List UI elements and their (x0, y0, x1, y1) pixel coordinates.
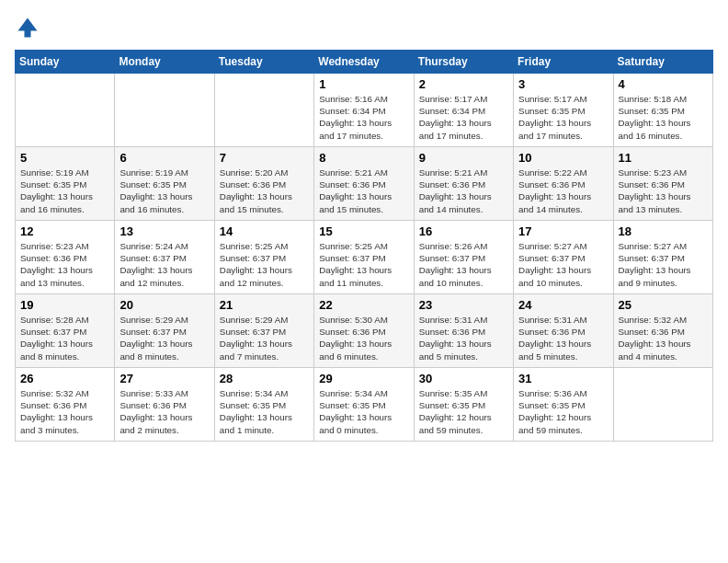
calendar-cell: 12Sunrise: 5:23 AM Sunset: 6:36 PM Dayli… (16, 221, 115, 294)
day-info: Sunrise: 5:20 AM Sunset: 6:36 PM Dayligh… (220, 167, 309, 215)
calendar-cell: 19Sunrise: 5:28 AM Sunset: 6:37 PM Dayli… (16, 294, 115, 368)
header (15, 15, 713, 40)
day-info: Sunrise: 5:36 AM Sunset: 6:35 PM Dayligh… (518, 387, 608, 436)
day-info: Sunrise: 5:34 AM Sunset: 6:35 PM Dayligh… (319, 387, 408, 436)
calendar-cell: 16Sunrise: 5:26 AM Sunset: 6:37 PM Dayli… (414, 221, 513, 294)
calendar-cell: 23Sunrise: 5:31 AM Sunset: 6:36 PM Dayli… (414, 294, 513, 368)
calendar-cell: 26Sunrise: 5:32 AM Sunset: 6:36 PM Dayli… (16, 368, 115, 442)
calendar-cell: 18Sunrise: 5:27 AM Sunset: 6:37 PM Dayli… (613, 221, 712, 294)
day-info: Sunrise: 5:22 AM Sunset: 6:36 PM Dayligh… (518, 167, 608, 215)
day-info: Sunrise: 5:21 AM Sunset: 6:36 PM Dayligh… (419, 167, 508, 215)
calendar-cell: 25Sunrise: 5:32 AM Sunset: 6:36 PM Dayli… (613, 294, 712, 368)
calendar-cell: 22Sunrise: 5:30 AM Sunset: 6:36 PM Dayli… (314, 294, 414, 368)
day-number: 14 (220, 224, 309, 238)
day-info: Sunrise: 5:17 AM Sunset: 6:35 PM Dayligh… (518, 93, 608, 142)
calendar-cell: 10Sunrise: 5:22 AM Sunset: 6:36 PM Dayli… (514, 147, 613, 221)
col-header-tuesday: Tuesday (214, 51, 313, 74)
day-number: 4 (619, 77, 708, 91)
day-number: 12 (20, 224, 109, 238)
day-number: 19 (20, 298, 109, 312)
day-info: Sunrise: 5:19 AM Sunset: 6:35 PM Dayligh… (119, 167, 209, 215)
col-header-saturday: Saturday (613, 51, 712, 74)
day-number: 30 (419, 372, 508, 385)
col-header-wednesday: Wednesday (314, 51, 414, 74)
calendar-cell: 20Sunrise: 5:29 AM Sunset: 6:37 PM Dayli… (115, 294, 214, 368)
day-number: 31 (518, 372, 608, 385)
day-info: Sunrise: 5:23 AM Sunset: 6:36 PM Dayligh… (20, 240, 109, 289)
calendar-cell: 24Sunrise: 5:31 AM Sunset: 6:36 PM Dayli… (514, 294, 613, 368)
day-number: 8 (319, 151, 408, 165)
logo (15, 15, 44, 40)
calendar-cell: 2Sunrise: 5:17 AM Sunset: 6:34 PM Daylig… (414, 74, 513, 147)
day-info: Sunrise: 5:23 AM Sunset: 6:36 PM Dayligh… (619, 167, 708, 215)
day-number: 23 (419, 298, 508, 312)
calendar-cell: 6Sunrise: 5:19 AM Sunset: 6:35 PM Daylig… (115, 147, 214, 221)
calendar-cell (16, 74, 115, 147)
calendar-cell: 21Sunrise: 5:29 AM Sunset: 6:37 PM Dayli… (214, 294, 313, 368)
calendar-cell: 14Sunrise: 5:25 AM Sunset: 6:37 PM Dayli… (214, 221, 313, 294)
day-number: 6 (119, 151, 209, 165)
calendar-cell: 9Sunrise: 5:21 AM Sunset: 6:36 PM Daylig… (414, 147, 513, 221)
calendar-cell: 8Sunrise: 5:21 AM Sunset: 6:36 PM Daylig… (314, 147, 414, 221)
calendar-cell (115, 74, 214, 147)
day-number: 10 (518, 151, 608, 165)
day-number: 3 (518, 77, 608, 91)
day-number: 13 (119, 224, 209, 238)
day-number: 5 (20, 151, 109, 165)
day-number: 9 (419, 151, 508, 165)
svg-marker-0 (18, 18, 38, 38)
col-header-friday: Friday (514, 51, 613, 74)
day-number: 28 (220, 372, 309, 385)
col-header-thursday: Thursday (414, 51, 513, 74)
day-number: 17 (518, 224, 608, 238)
calendar-cell (214, 74, 313, 147)
day-info: Sunrise: 5:31 AM Sunset: 6:36 PM Dayligh… (518, 314, 608, 362)
day-info: Sunrise: 5:25 AM Sunset: 6:37 PM Dayligh… (319, 240, 408, 289)
day-info: Sunrise: 5:28 AM Sunset: 6:37 PM Dayligh… (20, 314, 109, 362)
calendar-cell: 1Sunrise: 5:16 AM Sunset: 6:34 PM Daylig… (314, 74, 414, 147)
day-info: Sunrise: 5:27 AM Sunset: 6:37 PM Dayligh… (619, 240, 708, 289)
day-info: Sunrise: 5:30 AM Sunset: 6:36 PM Dayligh… (319, 314, 408, 362)
logo-icon (15, 15, 40, 40)
calendar-cell (613, 368, 712, 442)
day-number: 22 (319, 298, 408, 312)
calendar-cell: 4Sunrise: 5:18 AM Sunset: 6:35 PM Daylig… (613, 74, 712, 147)
calendar-cell: 7Sunrise: 5:20 AM Sunset: 6:36 PM Daylig… (214, 147, 313, 221)
day-info: Sunrise: 5:34 AM Sunset: 6:35 PM Dayligh… (220, 387, 309, 436)
calendar-cell: 15Sunrise: 5:25 AM Sunset: 6:37 PM Dayli… (314, 221, 414, 294)
day-number: 27 (119, 372, 209, 385)
day-number: 29 (319, 372, 408, 385)
day-info: Sunrise: 5:26 AM Sunset: 6:37 PM Dayligh… (419, 240, 508, 289)
calendar-cell: 30Sunrise: 5:35 AM Sunset: 6:35 PM Dayli… (414, 368, 513, 442)
calendar-cell: 17Sunrise: 5:27 AM Sunset: 6:37 PM Dayli… (514, 221, 613, 294)
day-info: Sunrise: 5:24 AM Sunset: 6:37 PM Dayligh… (119, 240, 209, 289)
day-info: Sunrise: 5:31 AM Sunset: 6:36 PM Dayligh… (419, 314, 508, 362)
day-info: Sunrise: 5:32 AM Sunset: 6:36 PM Dayligh… (619, 314, 708, 362)
calendar-cell: 29Sunrise: 5:34 AM Sunset: 6:35 PM Dayli… (314, 368, 414, 442)
day-info: Sunrise: 5:29 AM Sunset: 6:37 PM Dayligh… (119, 314, 209, 362)
day-info: Sunrise: 5:25 AM Sunset: 6:37 PM Dayligh… (220, 240, 309, 289)
day-number: 1 (319, 77, 408, 91)
day-info: Sunrise: 5:35 AM Sunset: 6:35 PM Dayligh… (419, 387, 508, 436)
col-header-sunday: Sunday (16, 51, 115, 74)
calendar-cell: 27Sunrise: 5:33 AM Sunset: 6:36 PM Dayli… (115, 368, 214, 442)
day-info: Sunrise: 5:19 AM Sunset: 6:35 PM Dayligh… (20, 167, 109, 215)
day-info: Sunrise: 5:16 AM Sunset: 6:34 PM Dayligh… (319, 93, 408, 142)
day-info: Sunrise: 5:29 AM Sunset: 6:37 PM Dayligh… (220, 314, 309, 362)
day-info: Sunrise: 5:27 AM Sunset: 6:37 PM Dayligh… (518, 240, 608, 289)
col-header-monday: Monday (115, 51, 214, 74)
calendar-cell: 13Sunrise: 5:24 AM Sunset: 6:37 PM Dayli… (115, 221, 214, 294)
day-info: Sunrise: 5:17 AM Sunset: 6:34 PM Dayligh… (419, 93, 508, 142)
day-number: 11 (619, 151, 708, 165)
day-number: 16 (419, 224, 508, 238)
day-info: Sunrise: 5:32 AM Sunset: 6:36 PM Dayligh… (20, 387, 109, 436)
calendar-cell: 11Sunrise: 5:23 AM Sunset: 6:36 PM Dayli… (613, 147, 712, 221)
calendar-table: SundayMondayTuesdayWednesdayThursdayFrid… (15, 50, 713, 442)
calendar-cell: 3Sunrise: 5:17 AM Sunset: 6:35 PM Daylig… (514, 74, 613, 147)
day-number: 20 (119, 298, 209, 312)
day-number: 26 (20, 372, 109, 385)
day-info: Sunrise: 5:21 AM Sunset: 6:36 PM Dayligh… (319, 167, 408, 215)
calendar-cell: 5Sunrise: 5:19 AM Sunset: 6:35 PM Daylig… (16, 147, 115, 221)
calendar-cell: 31Sunrise: 5:36 AM Sunset: 6:35 PM Dayli… (514, 368, 613, 442)
day-number: 25 (619, 298, 708, 312)
